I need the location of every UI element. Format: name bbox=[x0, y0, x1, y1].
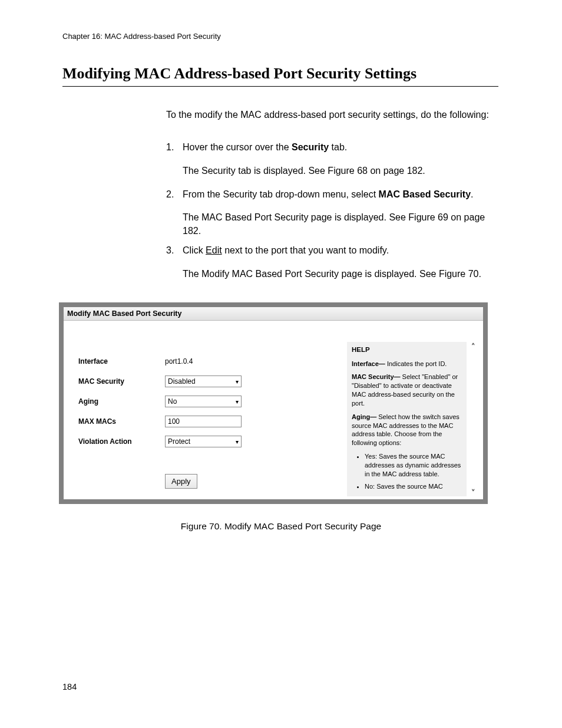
row-mac-security: MAC Security Disabled ▾ bbox=[78, 371, 261, 391]
help-mac-security-bold: MAC Security— bbox=[352, 373, 401, 380]
text: next to the port that you want to modify… bbox=[222, 245, 389, 255]
step-2: 2. From the Security tab drop-down menu,… bbox=[166, 187, 500, 201]
step-number: 3. bbox=[166, 243, 183, 257]
chapter-header: Chapter 16: MAC Address-based Port Secur… bbox=[62, 32, 221, 41]
row-interface: Interface port1.0.4 bbox=[78, 351, 261, 371]
label-aging: Aging bbox=[78, 397, 165, 406]
label-max-macs: MAX MACs bbox=[78, 417, 165, 426]
bold-security: Security bbox=[292, 142, 329, 152]
help-list-item: Yes: Saves the source MAC addresses as d… bbox=[365, 452, 462, 479]
chevron-down-icon: ▾ bbox=[236, 439, 239, 445]
select-value: No bbox=[168, 397, 177, 406]
edit-link-text: Edit bbox=[206, 245, 222, 255]
form-area: Interface port1.0.4 MAC Security Disable… bbox=[78, 351, 261, 489]
panel-title: Modify MAC Based Port Security bbox=[64, 307, 483, 321]
text: From the Security tab drop-down menu, se… bbox=[183, 189, 379, 199]
input-value: 100 bbox=[168, 417, 180, 426]
label-violation-action: Violation Action bbox=[78, 437, 165, 446]
bold-mac-based-security: MAC Based Security bbox=[379, 189, 471, 199]
help-title: HELP bbox=[352, 345, 462, 355]
text: tab. bbox=[329, 142, 347, 152]
step-number: 2. bbox=[166, 187, 183, 201]
max-macs-input[interactable]: 100 bbox=[165, 416, 242, 427]
label-interface: Interface bbox=[78, 357, 165, 365]
aging-select[interactable]: No ▾ bbox=[165, 396, 242, 407]
violation-action-select[interactable]: Protect ▾ bbox=[165, 436, 242, 447]
chevron-down-icon: ▾ bbox=[236, 378, 239, 385]
step-number: 1. bbox=[166, 140, 183, 154]
help-panel: HELP Interface— Indicates the port ID. M… bbox=[347, 342, 467, 496]
row-max-macs: MAX MACs 100 bbox=[78, 411, 261, 431]
value-interface: port1.0.4 bbox=[165, 357, 193, 365]
step-2-sub: The MAC Based Port Security page is disp… bbox=[183, 210, 500, 238]
text: Hover the cursor over the bbox=[183, 142, 292, 152]
scroll-up-icon[interactable]: ˄ bbox=[469, 342, 477, 351]
text: . bbox=[471, 189, 473, 199]
step-1: 1. Hover the cursor over the Security ta… bbox=[166, 140, 500, 154]
apply-button[interactable]: Apply bbox=[165, 474, 197, 489]
text: Click bbox=[183, 245, 206, 255]
intro-text: To the modify the MAC address-based port… bbox=[166, 108, 500, 121]
step-1-sub: The Security tab is displayed. See Figur… bbox=[183, 164, 500, 177]
select-value: Disabled bbox=[168, 377, 196, 386]
chevron-down-icon: ▾ bbox=[236, 398, 239, 405]
step-3-sub: The Modify MAC Based Port Security page … bbox=[183, 267, 500, 281]
label-mac-security: MAC Security bbox=[78, 377, 165, 386]
help-aging-bold: Aging— bbox=[352, 413, 376, 420]
scroll-down-icon[interactable]: ˅ bbox=[469, 488, 477, 497]
section-title: Modifying MAC Address-based Port Securit… bbox=[62, 65, 498, 87]
help-list-item: No: Saves the source MAC bbox=[365, 482, 462, 491]
step-3: 3. Click Edit next to the port that you … bbox=[166, 243, 500, 257]
help-interface-text: Indicates the port ID. bbox=[385, 360, 447, 367]
figure-caption: Figure 70. Modify MAC Based Port Securit… bbox=[0, 521, 562, 532]
page-number: 184 bbox=[62, 682, 77, 691]
mac-security-select[interactable]: Disabled ▾ bbox=[165, 375, 242, 387]
figure-70-screenshot: Modify MAC Based Port Security Interface… bbox=[59, 302, 488, 504]
row-violation-action: Violation Action Protect ▾ bbox=[78, 431, 261, 452]
select-value: Protect bbox=[168, 437, 190, 446]
row-aging: Aging No ▾ bbox=[78, 391, 261, 411]
help-interface-bold: Interface— bbox=[352, 360, 385, 367]
